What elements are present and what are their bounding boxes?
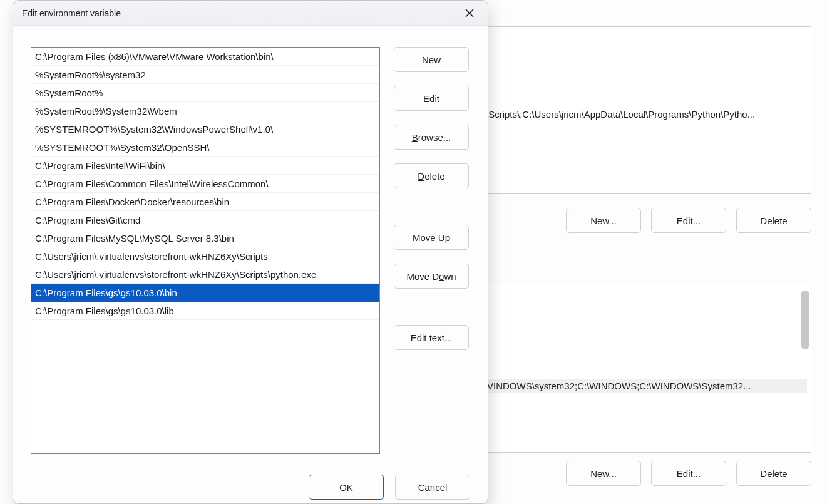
move-down-button[interactable]: Move Down — [394, 264, 469, 289]
path-item[interactable]: C:\Program Files (x86)\VMware\VMware Wor… — [31, 48, 379, 66]
bg-edit-button-user[interactable]: Edit... — [651, 208, 726, 233]
label: Delete — [760, 468, 787, 479]
path-listbox[interactable]: C:\Program Files (x86)\VMware\VMware Wor… — [31, 47, 380, 454]
path-item[interactable]: C:\Program Files\gs\gs10.03.0\lib — [31, 302, 379, 320]
label: Edit text... — [411, 332, 453, 343]
label: Edit... — [677, 215, 701, 226]
label: Cancel — [418, 482, 448, 493]
label: Delete — [760, 215, 787, 226]
path-item[interactable]: C:\Program Files\MySQL\MySQL Server 8.3\… — [31, 229, 379, 247]
path-item[interactable]: C:\Users\jricm\.virtualenvs\storefront-w… — [31, 247, 379, 265]
system-variables-button-row: New... Edit... Delete — [566, 461, 811, 486]
system-variable-value-truncated: VINDOWS\system32;C:\WINDOWS;C:\WINDOWS\S… — [486, 379, 807, 393]
close-icon — [465, 9, 474, 18]
path-item[interactable]: C:\Program Files\Git\cmd — [31, 211, 379, 229]
bg-new-button-user[interactable]: New... — [566, 208, 641, 233]
bg-new-button-system[interactable]: New... — [566, 461, 641, 486]
path-item[interactable]: C:\Program Files\Common Files\Intel\Wire… — [31, 175, 379, 193]
user-variable-value-truncated: \Scripts\;C:\Users\jricm\AppData\Local\P… — [486, 109, 807, 120]
label: Delete — [418, 171, 444, 182]
label: OK — [339, 482, 353, 493]
label: Browse... — [412, 132, 451, 143]
path-item[interactable]: %SystemRoot%\System32\Wbem — [31, 102, 379, 120]
edit-environment-variable-dialog: Edit environment variable C:\Program Fil… — [13, 0, 488, 504]
bg-delete-button-system[interactable]: Delete — [736, 461, 811, 486]
dialog-titlebar: Edit environment variable — [13, 1, 488, 26]
cancel-button[interactable]: Cancel — [395, 475, 470, 500]
label: New — [422, 54, 441, 65]
browse-button[interactable]: Browse... — [394, 125, 469, 150]
side-button-column: New Edit Browse... Delete Move Up Move D… — [394, 47, 469, 491]
path-item[interactable]: %SystemRoot% — [31, 84, 379, 102]
edit-button[interactable]: Edit — [394, 86, 469, 111]
label: Move Up — [413, 232, 450, 243]
dialog-title: Edit environment variable — [22, 8, 458, 18]
dialog-footer: OK Cancel — [309, 475, 470, 500]
label: New... — [590, 468, 617, 479]
label: Edit — [423, 93, 439, 104]
bg-delete-button-user[interactable]: Delete — [736, 208, 811, 233]
new-button[interactable]: New — [394, 47, 469, 72]
label: Edit... — [677, 468, 701, 479]
path-item[interactable]: C:\Program Files\Intel\WiFi\bin\ — [31, 157, 379, 175]
path-item[interactable]: C:\Users\jricm\.virtualenvs\storefront-w… — [31, 265, 379, 284]
user-variables-button-row: New... Edit... Delete — [566, 208, 811, 233]
system-variables-scrollbar[interactable] — [801, 291, 809, 349]
path-item[interactable]: %SYSTEMROOT%\System32\WindowsPowerShell\… — [31, 120, 379, 138]
path-item[interactable]: %SYSTEMROOT%\System32\OpenSSH\ — [31, 138, 379, 157]
move-up-button[interactable]: Move Up — [394, 225, 469, 250]
path-item[interactable]: C:\Program Files\gs\gs10.03.0\bin — [31, 284, 379, 302]
bg-edit-button-system[interactable]: Edit... — [651, 461, 726, 486]
label: Move Down — [406, 271, 456, 282]
path-item[interactable]: %SystemRoot%\system32 — [31, 66, 379, 84]
close-button[interactable] — [458, 4, 481, 23]
delete-button[interactable]: Delete — [394, 163, 469, 188]
label: New... — [590, 215, 617, 226]
edit-text-button[interactable]: Edit text... — [394, 325, 469, 350]
ok-button[interactable]: OK — [309, 475, 384, 500]
path-item[interactable]: C:\Program Files\Docker\Docker\resources… — [31, 193, 379, 211]
